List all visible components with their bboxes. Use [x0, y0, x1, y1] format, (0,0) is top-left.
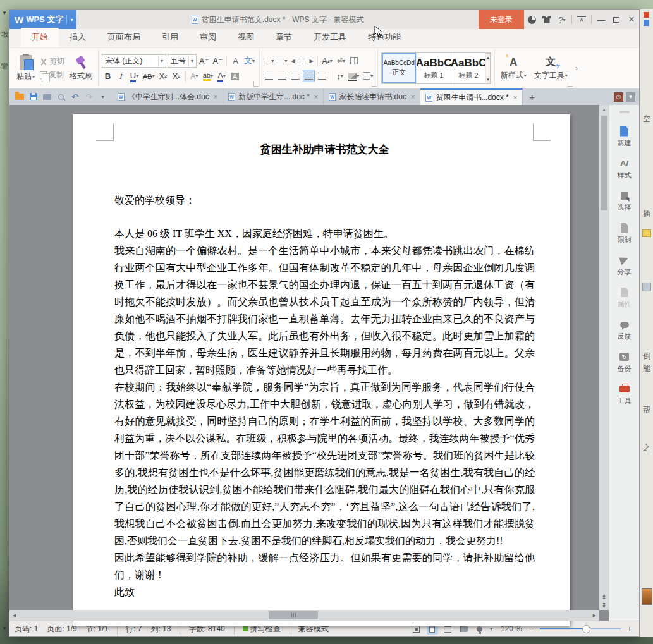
justify-button[interactable] [303, 70, 315, 82]
zoom-in-button[interactable]: + [625, 624, 634, 634]
distribute-button[interactable] [316, 70, 328, 82]
sidebar-item-backup[interactable]: ↻ 备份 [609, 346, 640, 379]
new-style-button[interactable]: A 新样式▾ [498, 55, 529, 82]
close-button[interactable]: × [624, 10, 639, 29]
sidebar-item-properties[interactable]: 属性 [609, 282, 640, 314]
login-button[interactable]: 未登录 [479, 10, 524, 29]
sidebar-item-new[interactable]: 新建 [609, 121, 640, 153]
doc-tab-2[interactable]: 新版中学生守....doc * × [223, 88, 324, 105]
bold-button[interactable]: B [102, 70, 114, 83]
tab-special-features[interactable]: 特色功能 [357, 28, 412, 47]
collapse-ribbon-button[interactable]: ∧ [574, 10, 589, 29]
sidebar-item-styles[interactable]: A/ 样式 [609, 153, 640, 185]
font-size-select[interactable]: 五号▾ [168, 54, 197, 68]
open-button[interactable] [15, 92, 24, 102]
close-tab-icon[interactable]: × [411, 93, 415, 100]
previous-page-button[interactable]: ▲▲ [602, 594, 606, 599]
maximize-button[interactable] [609, 10, 624, 29]
tab-insert[interactable]: 插入 [59, 28, 97, 47]
grow-font-button[interactable]: A⁺ [198, 54, 211, 67]
paste-button[interactable]: 粘贴▾ [14, 54, 37, 83]
superscript-button[interactable]: X2 [157, 70, 169, 83]
ribbon-more-chevron[interactable]: › [573, 64, 580, 73]
paragraph-dialog-launcher[interactable] [372, 82, 377, 87]
tab-list-icon[interactable]: ▾ [626, 92, 635, 102]
numbering-button[interactable]: ▾ [276, 54, 288, 67]
vertical-scrollbar[interactable]: ▲ ▲▲ ▼▼ [599, 105, 609, 610]
subscript-button[interactable]: X2 [171, 70, 183, 83]
tab-section[interactable]: 章节 [265, 28, 303, 47]
clear-format-button[interactable]: A [229, 54, 241, 67]
sidebar-item-feedback[interactable]: 反馈 [609, 314, 640, 346]
tab-review[interactable]: 审阅 [189, 28, 227, 47]
help-button[interactable]: ?▾ [554, 10, 570, 29]
scroll-right-button[interactable]: ▶ [590, 610, 599, 621]
doc-tab-3[interactable]: 家长陪读申请书.doc × [324, 88, 420, 105]
styles-scroll-up[interactable]: ▴ [487, 55, 489, 59]
font-dialog-launcher[interactable] [253, 82, 259, 87]
pinyin-guide-button[interactable]: 文▾ [243, 54, 256, 67]
paragraph-layout-button[interactable]: ⏎▾ [335, 54, 347, 67]
align-center-button[interactable] [276, 70, 288, 82]
sidebar-item-share[interactable]: 分享 [609, 250, 640, 282]
style-heading1[interactable]: AaBbC 标题 1 [417, 53, 451, 83]
qat-customize-button[interactable]: ▾ [98, 92, 107, 102]
sidebar-handle[interactable] [619, 111, 630, 113]
vip-icon[interactable] [524, 10, 539, 29]
decrease-indent-button[interactable]: ◀ [290, 54, 302, 67]
redo-button[interactable]: ↷ [84, 92, 94, 102]
doc-tab-4-active[interactable]: 贫困生申请书...docx * × [420, 88, 523, 105]
next-page-button[interactable]: ▼▼ [602, 603, 606, 608]
print-preview-button[interactable] [56, 92, 66, 102]
new-document-tab-button[interactable]: + [523, 88, 541, 105]
style-normal[interactable]: AaBbCcDd 正文 [382, 53, 417, 83]
align-right-button[interactable] [290, 70, 302, 82]
scroll-up-button[interactable]: ▲ [599, 105, 609, 114]
zoom-slider-thumb[interactable] [582, 625, 590, 633]
italic-button[interactable]: I [115, 70, 127, 83]
close-tab-icon[interactable]: × [314, 93, 318, 100]
strikethrough-button[interactable]: AB▾ [142, 70, 156, 83]
print-button[interactable] [42, 92, 52, 102]
asian-layout-button[interactable]: A▴▾ [320, 54, 334, 67]
scroll-left-button[interactable]: ◀ [9, 610, 19, 621]
shrink-font-button[interactable]: A⁻ [212, 54, 224, 67]
skin-icon[interactable] [539, 10, 554, 29]
chevron-down-icon[interactable]: ▾ [66, 15, 73, 24]
minimize-button[interactable]: — [594, 10, 609, 29]
undo-button[interactable]: ↶ [70, 92, 80, 102]
shading-button[interactable]: ▾ [347, 70, 360, 82]
format-painter-button[interactable]: 格式刷 [67, 54, 95, 83]
copy-button[interactable]: 复制 [40, 70, 64, 80]
tab-developer[interactable]: 开发工具 [303, 28, 357, 47]
save-button[interactable] [28, 92, 38, 102]
doc-tab-1[interactable]: 《中学生守则...体会.doc × [113, 88, 223, 105]
text-effects-button[interactable]: A▾ [188, 70, 200, 83]
increase-indent-button[interactable]: ▶ [303, 54, 315, 67]
bullets-button[interactable]: ▾ [263, 54, 275, 67]
wps-menu-button[interactable]: W WPS 文字 ▾ [9, 10, 76, 29]
styles-scroll-down[interactable]: ▾ [487, 77, 489, 82]
underline-button[interactable]: U▾ [128, 70, 140, 83]
style-heading2[interactable]: AaBbC 标题 2 [451, 53, 486, 83]
sidebar-item-tools[interactable]: 工具 [609, 379, 640, 411]
document-area[interactable]: 贫困生补助申请书范文大全 敬爱的学校领导： 本人是 06 级 IT 班学生 XX… [9, 105, 609, 621]
tab-view[interactable]: 视图 [227, 28, 265, 47]
sidebar-item-select[interactable]: 选择 [609, 185, 640, 217]
document-page[interactable]: 贫困生补助申请书范文大全 敬爱的学校领导： 本人是 06 级 IT 班学生 XX… [73, 114, 570, 626]
close-tab-icon[interactable]: × [214, 93, 217, 100]
history-icon[interactable]: ◷ [614, 92, 623, 102]
zoom-slider[interactable] [540, 625, 621, 633]
text-tool-button[interactable]: 文 文字工具▾ [532, 54, 570, 82]
horizontal-scroll-thumb[interactable] [269, 611, 318, 619]
chevron-down-icon[interactable]: ▾ [490, 626, 492, 632]
zoom-slider-track[interactable] [540, 628, 621, 629]
tab-page-layout[interactable]: 页面布局 [97, 28, 151, 47]
cut-button[interactable]: 剪切 [40, 56, 64, 67]
char-shading-button[interactable]: A [229, 70, 241, 83]
font-name-select[interactable]: 宋体 (正文)▾ [102, 54, 166, 68]
vertical-scroll-thumb[interactable] [601, 116, 607, 210]
line-spacing-button[interactable]: ↕▾ [334, 70, 346, 82]
align-left-button[interactable] [263, 70, 275, 82]
sidebar-item-restrict[interactable]: 限制 [609, 217, 640, 250]
